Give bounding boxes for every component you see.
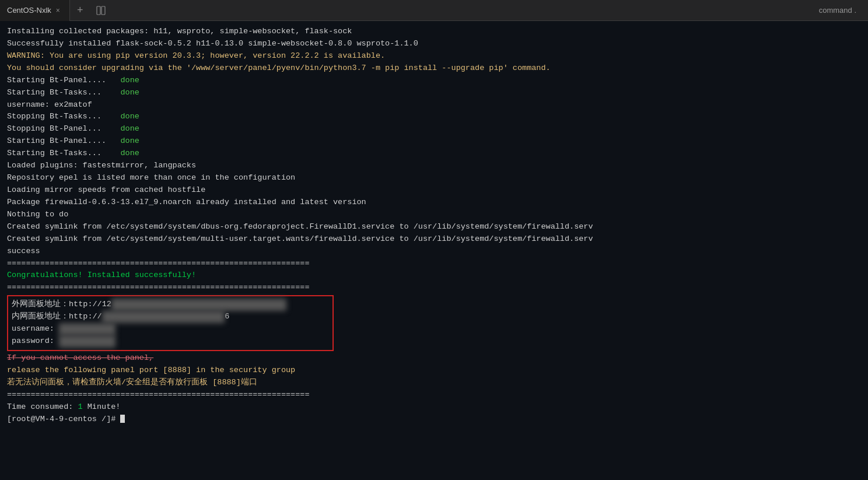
terminal-line: username: ex2matof [7,99,861,111]
svg-rect-1 [102,6,105,15]
terminal-line: Starting Bt-Tasks... done [7,87,861,99]
shortcut-hint: command . [819,0,856,21]
terminal-line: 若无法访问面板，请检查防火墙/安全组是否有放行面板 [8888]端口 [7,377,861,389]
terminal-line: Loading mirror speeds from cached hostfi… [7,184,861,197]
terminal-line: If you cannot access the panel, [7,352,861,365]
terminal-success: Congratulations! Installed successfully! [7,269,861,282]
username-line: username: ████████████ [12,323,329,335]
terminal[interactable]: Installing collected packages: h11, wspr… [0,21,868,480]
terminal-line: Starting Bt-Panel.... done [7,135,861,148]
terminal-line: Created symlink from /etc/systemd/system… [7,233,861,246]
terminal-line: Created symlink from /etc/systemd/system… [7,221,861,233]
password-line: password: ████████████ [12,335,329,348]
terminal-line: You should consider upgrading via the '/… [7,62,861,75]
terminal-line: WARNING: You are using pip version 20.3.… [7,50,861,62]
terminal-separator: ========================================… [7,258,861,270]
terminal-line: release the following panel port [8888] … [7,365,861,377]
terminal-time: Time consumed: 1 Minute! [7,401,861,414]
close-icon[interactable]: × [56,6,60,15]
terminal-separator: ========================================… [7,389,861,401]
add-tab-button[interactable]: + [70,0,90,21]
terminal-line: Stopping Bt-Panel... done [7,123,861,135]
tab-bar: CentOS-Nxlk × + command . [0,0,868,21]
terminal-line: Starting Bt-Tasks... done [7,148,861,160]
terminal-line: Stopping Bt-Tasks... done [7,111,861,123]
credential-box: 外网面板地址：http://12████████████████████████… [7,295,334,351]
terminal-separator: ========================================… [7,282,861,294]
terminal-prompt: [root@VM-4-9-centos /]# [7,414,861,426]
terminal-line: Nothing to do [7,209,861,221]
terminal-line: Repository epel is listed more than once… [7,172,861,184]
internal-url-line: 内网面板地址：http://██████████████████████████… [12,311,329,323]
split-tab-button[interactable] [90,0,111,21]
tab-centos[interactable]: CentOS-Nxlk × [0,0,70,21]
terminal-line: Starting Bt-Panel.... done [7,75,861,87]
svg-rect-0 [97,6,100,15]
terminal-line: Installing collected packages: h11, wspr… [7,26,861,38]
terminal-line: Successfully installed flask-sock-0.5.2 … [7,38,861,50]
cursor [120,415,125,423]
tab-label: CentOS-Nxlk [7,6,51,15]
terminal-line: Package firewalld-0.6.3-13.el7_9.noarch … [7,197,861,209]
external-url-line: 外网面板地址：http://12████████████████████████… [12,299,329,311]
terminal-line: Loaded plugins: fastestmirror, langpacks [7,160,861,172]
terminal-line: success [7,246,861,258]
